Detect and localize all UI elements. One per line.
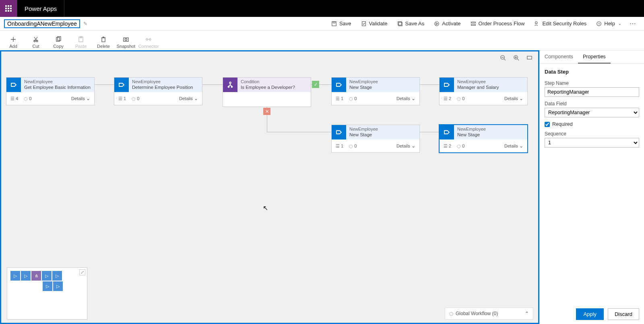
activate-label: Activate — [442, 21, 460, 27]
help-button[interactable]: ?Help⌄ — [591, 17, 626, 31]
svg-point-17 — [535, 21, 537, 23]
svg-rect-7 — [8, 10, 9, 12]
svg-point-28 — [125, 39, 127, 41]
stage-node[interactable]: NewEmployeeNew Stage ☰ 1◌ 0Details — [331, 125, 420, 153]
connector-line — [420, 132, 439, 132]
save-as-label: Save As — [405, 21, 425, 27]
mini-stage: ▷ — [21, 271, 31, 281]
edit-toolbar: Add Cut Copy Paste Delete Snapshot Conne… — [0, 31, 644, 51]
steps-count: ☰ 2 — [444, 144, 451, 149]
mini-stage: ▷ — [42, 271, 52, 281]
svg-rect-6 — [5, 10, 7, 12]
global-workflow-bar[interactable]: ◌Global Workflow (0) ⌃ — [445, 308, 533, 320]
edit-title-icon[interactable]: ✎ — [83, 21, 87, 27]
node-entity: NewEmployee — [349, 79, 378, 84]
svg-rect-3 — [5, 8, 7, 9]
node-name: Manager and Salary — [457, 84, 499, 90]
tab-components[interactable]: Components — [540, 51, 578, 64]
node-name: Determine Employee Position — [132, 84, 193, 90]
workflow-count: ◌ 0 — [349, 144, 357, 149]
minimap[interactable]: ⤢ ▷ ▷ ⋔ ▷ ▷ ▷ ▷ — [7, 267, 87, 320]
delete-label: Delete — [97, 44, 110, 49]
edit-roles-button[interactable]: Edit Security Roles — [529, 17, 591, 31]
workflow-icon: ◌ — [449, 311, 453, 316]
activate-button[interactable]: Activate — [429, 17, 465, 31]
svg-point-36 — [231, 86, 233, 88]
fit-screen-icon[interactable] — [526, 55, 533, 62]
step-name-label: Step Name — [545, 80, 639, 86]
required-label: Required — [552, 121, 573, 127]
validate-button[interactable]: Validate — [356, 17, 392, 31]
workflow-count: ◌ 0 — [132, 96, 139, 101]
zoom-out-icon[interactable] — [500, 55, 506, 62]
details-toggle[interactable]: Details — [71, 96, 90, 101]
stage-node[interactable]: NewEmployeeManager and Salary ☰ 2◌ 0Deta… — [439, 77, 528, 105]
copy-tool[interactable]: Copy — [47, 36, 69, 49]
mini-stage: ▷ — [52, 271, 62, 281]
command-bar: OnboardingANewEmployee ✎ Save Validate S… — [0, 17, 644, 31]
cut-label: Cut — [32, 44, 39, 49]
add-tool[interactable]: Add — [2, 36, 24, 49]
workflow-count: ◌ 0 — [349, 96, 357, 101]
app-launcher-icon[interactable] — [0, 0, 17, 17]
stage-icon — [114, 78, 129, 92]
condition-node[interactable]: ConditionIs Employee a Developer? — [223, 77, 311, 107]
svg-rect-33 — [527, 56, 532, 59]
details-toggle[interactable]: Details — [504, 143, 523, 149]
order-process-button[interactable]: Order Process Flow — [466, 17, 530, 31]
svg-rect-1 — [8, 5, 9, 7]
minimap-expand-icon[interactable]: ⤢ — [79, 269, 85, 275]
details-toggle[interactable]: Details — [396, 143, 415, 149]
node-name: Is Employee a Developer? — [241, 84, 295, 90]
stage-node-selected[interactable]: NewEmployeeNew Stage ☰ 2◌ 0Details — [439, 125, 528, 153]
data-field-select[interactable]: ReportingManager — [545, 108, 639, 117]
svg-rect-5 — [10, 8, 12, 9]
stage-icon — [440, 125, 454, 139]
details-toggle[interactable]: Details — [396, 96, 415, 101]
svg-rect-15 — [471, 22, 475, 23]
node-entity: Condition — [241, 79, 295, 84]
order-label: Order Process Flow — [479, 21, 525, 27]
node-entity: NewEmployee — [457, 126, 486, 132]
stage-icon — [332, 78, 346, 92]
sequence-select[interactable]: 1 — [545, 138, 639, 148]
more-commands-button[interactable]: ⋯ — [626, 20, 640, 27]
details-toggle[interactable]: Details — [504, 96, 523, 101]
mini-stage: ▷ — [43, 281, 52, 291]
mini-condition: ⋔ — [31, 271, 41, 281]
cut-tool[interactable]: Cut — [25, 36, 47, 49]
details-toggle[interactable]: Details — [179, 96, 198, 101]
stage-icon — [6, 78, 21, 92]
required-checkbox[interactable] — [545, 122, 550, 127]
svg-point-35 — [228, 86, 229, 88]
delete-tool[interactable]: Delete — [93, 36, 114, 49]
svg-point-34 — [229, 82, 231, 84]
tab-properties[interactable]: Properties — [578, 51, 611, 64]
connector-tool: Connector — [138, 36, 159, 49]
node-entity: NewEmployee — [24, 79, 91, 84]
stage-icon — [332, 125, 346, 139]
canvas[interactable]: ✓ ✕ NewEmployeeGet Employee Basic Inform… — [0, 50, 539, 324]
svg-point-29 — [146, 39, 148, 40]
copy-label: Copy — [53, 44, 64, 49]
flow-title[interactable]: OnboardingANewEmployee — [4, 19, 80, 28]
snapshot-tool[interactable]: Snapshot — [115, 36, 137, 49]
zoom-in-icon[interactable] — [513, 55, 519, 62]
help-label: Help — [604, 21, 615, 27]
connector-line — [94, 84, 114, 85]
global-workflow-label: Global Workflow (0) — [456, 311, 498, 316]
condition-yes-badge: ✓ — [312, 81, 319, 88]
connector-label: Connector — [138, 44, 159, 49]
apply-button[interactable]: Apply — [576, 308, 604, 320]
stage-node[interactable]: NewEmployeeGet Employee Basic Informatio… — [6, 77, 95, 105]
save-button[interactable]: Save — [326, 17, 356, 31]
save-as-button[interactable]: Save As — [392, 17, 429, 31]
app-name: Power Apps — [17, 5, 64, 12]
stage-node[interactable]: NewEmployeeDetermine Employee Position ☰… — [114, 77, 202, 105]
svg-rect-26 — [102, 38, 105, 42]
step-name-input[interactable] — [545, 87, 639, 97]
discard-button[interactable]: Discard — [608, 308, 639, 320]
stage-node[interactable]: NewEmployeeNew Stage ☰ 1◌ 0Details — [331, 77, 420, 105]
chevron-up-icon[interactable]: ⌃ — [525, 311, 529, 316]
node-name: Get Employee Basic Information — [24, 84, 91, 90]
